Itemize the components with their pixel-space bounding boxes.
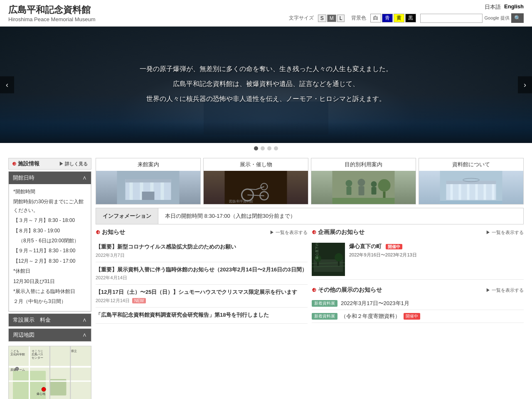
hero-dot-3[interactable] xyxy=(267,146,271,150)
sidebar: ⊕ 施設情報 ▶ 詳しく見る 開館日時 ∧ *開館時間 閉館時刻の30分前までに… xyxy=(8,158,91,399)
accordion-map-header[interactable]: 周辺地図 ∧ xyxy=(9,329,91,341)
exhibit-open-badge: 開催中 xyxy=(386,244,402,249)
accordion-hours-content: *開館時間 閉館時刻の30分前までにご入館ください。 【３月～７月】8:30 -… xyxy=(9,184,91,311)
time-aug-note: （8月5・6日は20:00閉館） xyxy=(13,236,86,245)
hero-dots xyxy=(0,143,532,154)
news-item-1-date: 2022年3月7日 xyxy=(96,252,308,259)
font-size-large[interactable]: L xyxy=(337,15,345,22)
other-exhibits-list-link[interactable]: ▶ 一覧を表示する xyxy=(486,287,524,293)
svg-text:こども: こども xyxy=(10,350,19,353)
time-sep-nov: 【９月～11月】8:30 - 18:00 xyxy=(13,246,86,255)
svg-text:図版/和平資料館: 図版/和平資料館 xyxy=(229,200,253,203)
other-exhibits-title-text: その他の展示のお知らせ xyxy=(318,286,382,293)
svg-rect-53 xyxy=(446,181,496,184)
lang-en[interactable]: English xyxy=(504,3,524,11)
other-exhibit-text-1[interactable]: 2022年3月17日〜2023年1月 xyxy=(341,300,409,307)
svg-rect-50 xyxy=(383,192,386,198)
nav-card-exhibit-image: 図版/和平資料館 xyxy=(204,171,308,204)
search-input[interactable] xyxy=(420,14,483,23)
nav-card-exhibit[interactable]: 展示・催し物 図版/和平資料館 xyxy=(203,158,308,204)
svg-rect-58 xyxy=(484,184,486,200)
news-item-2-date: 2022年4月14日 xyxy=(96,275,308,281)
hero-banner: ‹ › 一発の原子爆弾が、無差別に多くの命を奪い、生き残った人々の人生も変えまし… xyxy=(0,27,532,143)
other-exhibit-text-2[interactable]: （令和２年度寄贈資料） xyxy=(341,313,400,320)
exhibitions-list-link[interactable]: ▶ 一覧を表示する xyxy=(486,229,524,236)
hero-prev-button[interactable]: ‹ xyxy=(0,76,14,94)
sidebar-detail-link[interactable]: ▶ 詳しく見る xyxy=(59,161,88,167)
news-item-2-title[interactable]: 【重要】展示資料入替に伴う臨時休館のお知らせ（2023年2月14日〜2月16日の… xyxy=(96,266,308,274)
search-bar: Google 提供 🔍 xyxy=(420,13,524,23)
font-size-small[interactable]: S xyxy=(318,15,326,22)
svg-rect-55 xyxy=(459,184,461,200)
bg-yellow[interactable]: 黄 xyxy=(394,14,404,22)
svg-rect-33 xyxy=(225,171,287,204)
sidebar-section-icon: ⊕ xyxy=(12,160,16,167)
news-section: ⊕ お知らせ ▶ 一覧を表示する 【重要】新型コロナウイルス感染拡大防止のための… xyxy=(96,229,308,324)
exhibit-card-1-info: 爆心直下の町 開催中 2022年9月16日〜2023年2月13日 xyxy=(349,243,524,258)
opening-times-note: 閉館時刻の30分前までにご入館ください。 xyxy=(13,197,86,214)
hero-dot-4[interactable] xyxy=(274,146,278,150)
bg-black[interactable]: 黒 xyxy=(405,14,416,22)
holidays: 12月30日及び31日 xyxy=(13,277,86,286)
news-item-4: 「広島平和記念資料館資料調査研究会研究報告」第18号を刊行しました xyxy=(96,308,308,324)
nav-cards: 来館案内 xyxy=(96,158,524,204)
lang-ja[interactable]: 日本語 xyxy=(485,3,501,11)
svg-text:爆心直下の町: 爆心直下の町 xyxy=(315,243,319,259)
content-area: 来館案内 xyxy=(96,158,524,399)
news-item-1: 【重要】新型コロナウイルス感染拡大防止のためのお願い 2022年3月7日 xyxy=(96,239,308,262)
news-item-4-title[interactable]: 「広島平和記念資料館資料調査研究会研究報告」第18号を刊行しました xyxy=(96,311,308,319)
info-text: 本日の開館時間 8:30-17:00（入館は閉館30分前まで） xyxy=(158,208,302,224)
news-header: ⊕ お知らせ ▶ 一覧を表示する xyxy=(96,229,308,236)
nav-card-purpose[interactable]: 目的別利用案内 xyxy=(311,158,416,204)
svg-rect-31 xyxy=(161,182,164,200)
accordion-fees-chevron: ∧ xyxy=(82,316,87,324)
news-list-link[interactable]: ▶ 一覧を表示する xyxy=(270,229,308,236)
bg-color-buttons: 白 青 黄 黒 xyxy=(370,14,416,22)
news-item-3-title[interactable]: 【12月17日（土）〜25日（日）】シュモーハウスでクリスマス限定展示を行います xyxy=(96,288,308,296)
sidebar-accordion-fees: 常設展示 料金 ∧ xyxy=(8,313,91,327)
nav-card-visit[interactable]: 来館案内 xyxy=(96,158,201,204)
time-mar-jul: 【３月～７月】8:30 - 18:00 xyxy=(13,216,86,224)
nav-card-about[interactable]: 資料館について xyxy=(419,158,524,204)
accordion-hours-header[interactable]: 開館日時 ∧ xyxy=(9,172,91,184)
map-image: こども 文化科学館 そこうじ 広島バス センター 県立 原爆ドーム 爆心地 広島… xyxy=(9,346,91,399)
temp-closure-label: *展示入替による臨時休館日 xyxy=(13,287,86,296)
bg-white[interactable]: 白 xyxy=(370,14,381,22)
other-exhibits-header: ⊕ その他の展示のお知らせ ▶ 一覧を表示する xyxy=(312,286,524,294)
sidebar-section-title: 施設情報 xyxy=(18,160,59,167)
other-exhibit-badge-2: 新着資料展 xyxy=(312,313,337,320)
nav-card-purpose-title: 目的別利用案内 xyxy=(311,158,416,171)
bg-blue[interactable]: 青 xyxy=(382,14,393,22)
exhibit-right-section: ⊕ 企画展のお知らせ ▶ 一覧を表示する xyxy=(312,229,524,324)
sidebar-section-header: ⊕ 施設情報 ▶ 詳しく見る xyxy=(8,158,91,170)
font-size-medium[interactable]: M xyxy=(327,15,336,22)
other-exhibit-row-1: 新着資料展 2022年3月17日〜2023年1月 xyxy=(312,297,524,310)
info-bar: インフォメーション 本日の開館時間 8:30-17:00（入館は閉館30分前まで… xyxy=(96,208,524,224)
svg-text:爆心地: 爆心地 xyxy=(37,392,45,395)
exhibit-card-1-image: 爆心直下の町 xyxy=(312,243,345,276)
header-logo: 広島平和記念資料館 Hiroshima Peace Memorial Museu… xyxy=(8,4,96,22)
nav-card-exhibit-title: 展示・催し物 xyxy=(204,158,308,171)
svg-text:広島バス: 広島バス xyxy=(32,352,43,355)
two-column-section: ⊕ お知らせ ▶ 一覧を表示する 【重要】新型コロナウイルス感染拡大防止のための… xyxy=(96,229,524,324)
hero-dot-2[interactable] xyxy=(261,146,265,150)
other-exhibit-row-2: 新着資料展 （令和２年度寄贈資料） 開催中 xyxy=(312,310,524,323)
svg-rect-56 xyxy=(467,184,470,200)
svg-point-68 xyxy=(335,253,343,261)
accordion-map-title: 周辺地図 xyxy=(13,331,34,339)
other-exhibits-title: ⊕ その他の展示のお知らせ xyxy=(312,286,382,294)
svg-point-16 xyxy=(15,367,19,370)
nav-card-about-image xyxy=(419,171,523,204)
nav-card-visit-image xyxy=(96,171,200,204)
svg-rect-47 xyxy=(372,187,377,195)
news-item-1-title[interactable]: 【重要】新型コロナウイルス感染拡大防止のためのお願い xyxy=(96,243,308,251)
exhibit-card-1-title[interactable]: 爆心直下の町 開催中 xyxy=(349,243,524,250)
accordion-fees-header[interactable]: 常設展示 料金 ∧ xyxy=(9,314,91,326)
hero-dot-1[interactable] xyxy=(254,146,258,150)
accordion-hours-title: 開館日時 xyxy=(13,174,34,182)
holiday-label: *休館日 xyxy=(13,267,86,275)
google-label: Google 提供 xyxy=(484,15,510,21)
search-button[interactable]: 🔍 xyxy=(511,13,524,23)
sidebar-accordion-hours: 開館日時 ∧ *開館時間 閉館時刻の30分前までにご入館ください。 【３月～７月… xyxy=(8,171,91,312)
hero-next-button[interactable]: › xyxy=(518,76,532,94)
